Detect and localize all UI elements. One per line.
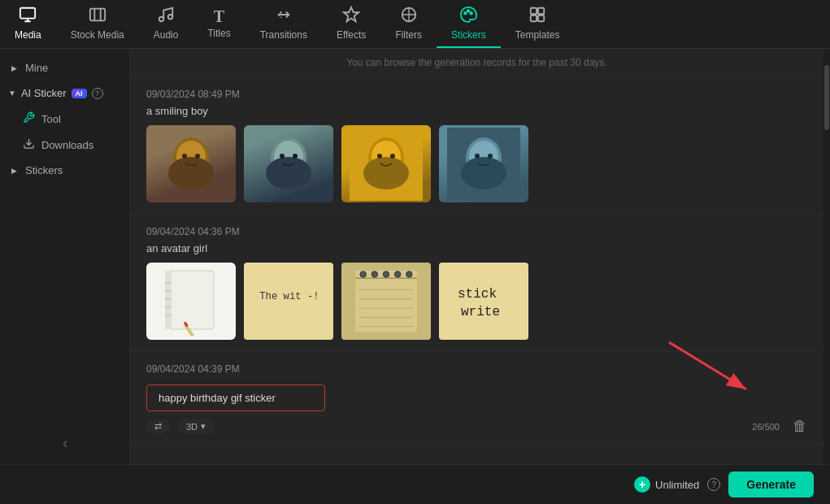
svg-point-29 — [390, 154, 395, 159]
sidebar-downloads-label: Downloads — [41, 139, 93, 151]
browse-notice: You can browse the generation records fo… — [130, 49, 823, 77]
transitions-icon — [275, 6, 293, 26]
generate-button[interactable]: Generate — [728, 471, 814, 497]
ai-sticker-collapse-icon: ▼ — [8, 89, 16, 98]
sidebar-item-stickers[interactable]: ▶ Stickers — [0, 158, 129, 183]
svg-point-18 — [195, 154, 200, 159]
section-avatar-girl: 09/04/2024 04:36 PM an avatar girl — [130, 215, 823, 352]
plus-symbol: + — [639, 478, 645, 491]
sticker-note-image[interactable]: The wit -! — [244, 263, 333, 340]
options-row: ⇄ 3D ▾ 26/500 🗑 — [146, 418, 807, 435]
sidebar-ai-sticker-label: AI Sticker — [21, 87, 67, 99]
sidebar-stickers-label: Stickers — [25, 164, 63, 176]
svg-rect-0 — [20, 8, 35, 19]
sticker-spiral-image[interactable] — [341, 263, 431, 340]
svg-rect-9 — [531, 8, 537, 14]
unlimited-button[interactable]: + Unlimited — [634, 476, 699, 493]
ai-badge: AI — [72, 89, 87, 98]
nav-effects-label: Effects — [337, 29, 366, 41]
svg-point-22 — [280, 154, 285, 159]
sticker-write-image[interactable]: stick write — [439, 263, 528, 340]
option-random[interactable]: ⇄ — [146, 419, 170, 434]
svg-point-3 — [168, 15, 173, 20]
boy-image-4[interactable] — [439, 125, 528, 202]
svg-rect-1 — [90, 9, 105, 21]
svg-point-54 — [406, 272, 413, 278]
unlimited-label: Unlimited — [655, 479, 699, 491]
svg-point-51 — [372, 272, 378, 278]
svg-rect-11 — [531, 15, 537, 21]
svg-point-33 — [461, 157, 506, 189]
nav-effects[interactable]: Effects — [322, 0, 380, 48]
svg-text:The wit -!: The wit -! — [259, 291, 319, 302]
svg-rect-60 — [443, 265, 524, 338]
nav-media[interactable]: Media — [0, 0, 56, 48]
stock-media-icon — [89, 6, 106, 26]
nav-stock-media[interactable]: Stock Media — [56, 0, 139, 48]
delete-icon[interactable]: 🗑 — [793, 418, 807, 435]
svg-point-21 — [266, 157, 311, 189]
ai-sticker-help-icon[interactable]: ? — [92, 88, 103, 99]
random-icon: ⇄ — [154, 421, 162, 432]
svg-point-52 — [383, 272, 389, 278]
nav-templates[interactable]: Templates — [501, 0, 575, 48]
svg-point-2 — [159, 17, 164, 22]
svg-point-16 — [168, 157, 214, 189]
boy-image-2[interactable] — [244, 125, 333, 202]
filters-icon — [400, 6, 418, 26]
sticker-notebook-image[interactable] — [146, 263, 236, 340]
option-3d[interactable]: 3D ▾ — [178, 419, 214, 434]
svg-rect-37 — [165, 271, 172, 329]
question-icon[interactable]: ? — [707, 478, 720, 491]
collapse-button[interactable] — [0, 430, 129, 458]
nav-transitions[interactable]: Transitions — [246, 0, 322, 48]
bottom-bar: + Unlimited ? Generate — [0, 464, 830, 504]
audio-icon — [157, 6, 175, 26]
svg-marker-4 — [344, 7, 359, 21]
nav-titles[interactable]: T Titles — [193, 0, 245, 48]
section2-label: an avatar girl — [146, 242, 807, 254]
downloads-icon — [23, 137, 35, 152]
scrollbar-thumb[interactable] — [824, 65, 829, 130]
nav-titles-label: Titles — [207, 28, 230, 39]
section1-image-grid — [146, 125, 807, 202]
nav-audio-label: Audio — [154, 29, 179, 41]
generation-section: 09/04/2024 04:39 PM happy birthday gif s… — [130, 352, 823, 444]
sidebar-item-ai-sticker[interactable]: ▼ AI Sticker AI ? — [0, 80, 129, 106]
sidebar-item-tool[interactable]: Tool — [0, 106, 129, 132]
nav-audio[interactable]: Audio — [139, 0, 193, 48]
sidebar-tool-label: Tool — [41, 113, 61, 125]
prompt-box-container: happy birthday gif sticker — [146, 385, 325, 411]
svg-rect-36 — [168, 271, 214, 329]
mine-arrow-icon: ▶ — [11, 64, 17, 72]
svg-point-8 — [471, 12, 473, 15]
section2-image-grid: The wit -! — [146, 263, 807, 340]
section-smiling-boy: 09/03/2024 08:49 PM a smiling boy — [130, 77, 823, 215]
boy-image-1[interactable] — [146, 125, 236, 202]
nav-templates-label: Templates — [515, 29, 560, 41]
tool-icon — [23, 111, 35, 126]
sidebar-item-downloads[interactable]: Downloads — [0, 132, 129, 158]
section1-label: a smiling boy — [146, 105, 807, 117]
generation-date: 09/04/2024 04:39 PM — [146, 363, 807, 375]
sidebar: ▶ Mine ▼ AI Sticker AI ? Tool Downloads … — [0, 49, 130, 464]
plus-circle-icon: + — [634, 476, 650, 493]
option-3d-label: 3D — [186, 422, 198, 432]
boy-image-3[interactable] — [341, 125, 431, 202]
sidebar-item-mine[interactable]: ▶ Mine — [0, 55, 129, 80]
scrollbar-track[interactable] — [823, 49, 830, 464]
titles-icon: T — [214, 8, 224, 24]
stickers-icon — [459, 6, 477, 26]
svg-point-50 — [360, 272, 367, 278]
top-nav: Media Stock Media Audio T Titles Transit… — [0, 0, 830, 49]
main-layout: ▶ Mine ▼ AI Sticker AI ? Tool Downloads … — [0, 49, 830, 464]
svg-point-27 — [363, 157, 409, 189]
nav-stickers[interactable]: Stickers — [437, 0, 501, 48]
nav-stickers-label: Stickers — [451, 29, 486, 41]
svg-point-35 — [488, 154, 493, 159]
prompt-box: happy birthday gif sticker — [146, 385, 325, 411]
svg-point-28 — [377, 154, 382, 159]
nav-filters[interactable]: Filters — [380, 0, 437, 48]
templates-icon — [528, 6, 546, 26]
svg-rect-12 — [538, 15, 544, 21]
